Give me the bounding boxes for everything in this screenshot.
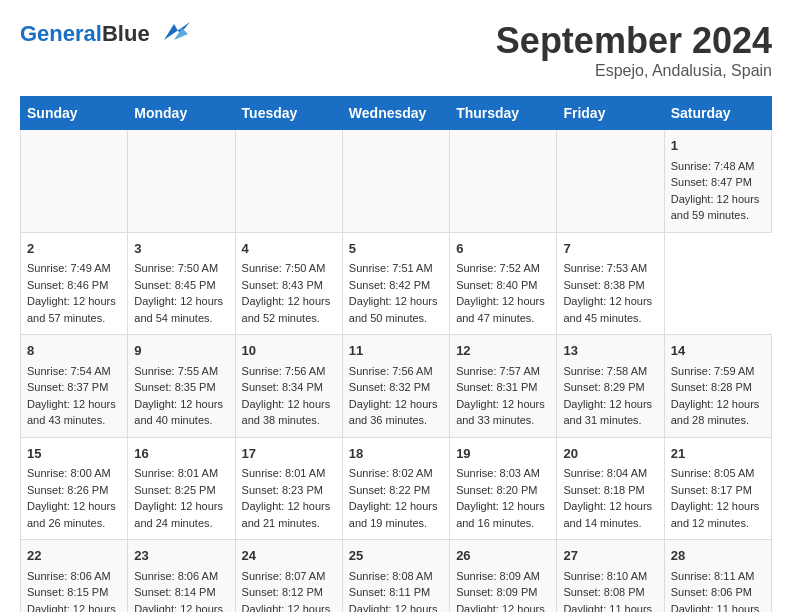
sunset: Sunset: 8:23 PM [242, 484, 323, 496]
day-cell-23: 23Sunrise: 8:06 AMSunset: 8:14 PMDayligh… [128, 540, 235, 613]
empty-cell [450, 130, 557, 233]
day-cell-12: 12Sunrise: 7:57 AMSunset: 8:31 PMDayligh… [450, 335, 557, 438]
day-cell-15: 15Sunrise: 8:00 AMSunset: 8:26 PMDayligh… [21, 437, 128, 540]
daylight: Daylight: 12 hours and 31 minutes. [563, 398, 652, 427]
calendar-week-0: 1Sunrise: 7:48 AMSunset: 8:47 PMDaylight… [21, 130, 772, 233]
daylight: Daylight: 12 hours and 52 minutes. [242, 295, 331, 324]
daylight: Daylight: 12 hours and 50 minutes. [349, 295, 438, 324]
sunrise: Sunrise: 8:00 AM [27, 467, 111, 479]
day-cell-11: 11Sunrise: 7:56 AMSunset: 8:32 PMDayligh… [342, 335, 449, 438]
sunset: Sunset: 8:32 PM [349, 381, 430, 393]
sunrise: Sunrise: 8:07 AM [242, 570, 326, 582]
header-tuesday: Tuesday [235, 97, 342, 130]
day-cell-16: 16Sunrise: 8:01 AMSunset: 8:25 PMDayligh… [128, 437, 235, 540]
empty-cell [21, 130, 128, 233]
day-number: 10 [242, 341, 336, 361]
title-block: September 2024 Espejo, Andalusia, Spain [496, 20, 772, 80]
header-saturday: Saturday [664, 97, 771, 130]
sunset: Sunset: 8:34 PM [242, 381, 323, 393]
day-cell-17: 17Sunrise: 8:01 AMSunset: 8:23 PMDayligh… [235, 437, 342, 540]
daylight: Daylight: 12 hours and 45 minutes. [563, 295, 652, 324]
sunrise: Sunrise: 7:48 AM [671, 160, 755, 172]
day-cell-5: 5Sunrise: 7:51 AMSunset: 8:42 PMDaylight… [342, 232, 449, 335]
header-wednesday: Wednesday [342, 97, 449, 130]
sunrise: Sunrise: 7:59 AM [671, 365, 755, 377]
sunset: Sunset: 8:45 PM [134, 279, 215, 291]
sunrise: Sunrise: 8:06 AM [134, 570, 218, 582]
sunset: Sunset: 8:29 PM [563, 381, 644, 393]
day-number: 18 [349, 444, 443, 464]
sunset: Sunset: 8:22 PM [349, 484, 430, 496]
day-number: 9 [134, 341, 228, 361]
daylight: Daylight: 12 hours and 36 minutes. [349, 398, 438, 427]
day-number: 12 [456, 341, 550, 361]
day-number: 2 [27, 239, 121, 259]
sunset: Sunset: 8:42 PM [349, 279, 430, 291]
day-number: 22 [27, 546, 121, 566]
daylight: Daylight: 12 hours and 16 minutes. [456, 500, 545, 529]
day-number: 25 [349, 546, 443, 566]
day-number: 5 [349, 239, 443, 259]
daylight: Daylight: 12 hours and 12 minutes. [671, 500, 760, 529]
empty-cell [557, 130, 664, 233]
daylight: Daylight: 12 hours and 2 minutes. [349, 603, 438, 613]
calendar-header: SundayMondayTuesdayWednesdayThursdayFrid… [21, 97, 772, 130]
daylight: Daylight: 12 hours and 19 minutes. [349, 500, 438, 529]
calendar-week-4: 22Sunrise: 8:06 AMSunset: 8:15 PMDayligh… [21, 540, 772, 613]
daylight: Daylight: 12 hours and 59 minutes. [671, 193, 760, 222]
daylight: Daylight: 12 hours and 0 minutes. [456, 603, 545, 613]
daylight: Daylight: 12 hours and 14 minutes. [563, 500, 652, 529]
day-cell-26: 26Sunrise: 8:09 AMSunset: 8:09 PMDayligh… [450, 540, 557, 613]
day-cell-25: 25Sunrise: 8:08 AMSunset: 8:11 PMDayligh… [342, 540, 449, 613]
sunset: Sunset: 8:37 PM [27, 381, 108, 393]
day-number: 14 [671, 341, 765, 361]
daylight: Daylight: 12 hours and 54 minutes. [134, 295, 223, 324]
sunrise: Sunrise: 7:53 AM [563, 262, 647, 274]
day-number: 13 [563, 341, 657, 361]
sunrise: Sunrise: 8:04 AM [563, 467, 647, 479]
day-cell-19: 19Sunrise: 8:03 AMSunset: 8:20 PMDayligh… [450, 437, 557, 540]
day-number: 26 [456, 546, 550, 566]
logo-general: General [20, 21, 102, 46]
sunset: Sunset: 8:15 PM [27, 586, 108, 598]
day-cell-9: 9Sunrise: 7:55 AMSunset: 8:35 PMDaylight… [128, 335, 235, 438]
sunrise: Sunrise: 8:11 AM [671, 570, 755, 582]
day-cell-10: 10Sunrise: 7:56 AMSunset: 8:34 PMDayligh… [235, 335, 342, 438]
day-cell-2: 2Sunrise: 7:49 AMSunset: 8:46 PMDaylight… [21, 232, 128, 335]
sunset: Sunset: 8:28 PM [671, 381, 752, 393]
sunrise: Sunrise: 7:51 AM [349, 262, 433, 274]
daylight: Daylight: 12 hours and 28 minutes. [671, 398, 760, 427]
day-cell-13: 13Sunrise: 7:58 AMSunset: 8:29 PMDayligh… [557, 335, 664, 438]
daylight: Daylight: 12 hours and 57 minutes. [27, 295, 116, 324]
daylight: Daylight: 12 hours and 9 minutes. [27, 603, 116, 613]
sunrise: Sunrise: 8:01 AM [134, 467, 218, 479]
day-number: 8 [27, 341, 121, 361]
month-title: September 2024 [496, 20, 772, 62]
calendar-week-3: 15Sunrise: 8:00 AMSunset: 8:26 PMDayligh… [21, 437, 772, 540]
day-cell-24: 24Sunrise: 8:07 AMSunset: 8:12 PMDayligh… [235, 540, 342, 613]
day-number: 21 [671, 444, 765, 464]
daylight: Daylight: 12 hours and 4 minutes. [242, 603, 331, 613]
sunrise: Sunrise: 7:56 AM [349, 365, 433, 377]
logo-bird-icon [154, 20, 190, 48]
daylight: Daylight: 11 hours and 55 minutes. [671, 603, 760, 613]
day-cell-3: 3Sunrise: 7:50 AMSunset: 8:45 PMDaylight… [128, 232, 235, 335]
sunrise: Sunrise: 8:02 AM [349, 467, 433, 479]
sunrise: Sunrise: 8:08 AM [349, 570, 433, 582]
sunset: Sunset: 8:08 PM [563, 586, 644, 598]
header-thursday: Thursday [450, 97, 557, 130]
sunrise: Sunrise: 7:49 AM [27, 262, 111, 274]
header-monday: Monday [128, 97, 235, 130]
daylight: Daylight: 12 hours and 24 minutes. [134, 500, 223, 529]
empty-cell [235, 130, 342, 233]
sunrise: Sunrise: 8:05 AM [671, 467, 755, 479]
day-number: 24 [242, 546, 336, 566]
day-number: 11 [349, 341, 443, 361]
calendar-week-1: 2Sunrise: 7:49 AMSunset: 8:46 PMDaylight… [21, 232, 772, 335]
header-sunday: Sunday [21, 97, 128, 130]
day-cell-28: 28Sunrise: 8:11 AMSunset: 8:06 PMDayligh… [664, 540, 771, 613]
day-cell-1: 1Sunrise: 7:48 AMSunset: 8:47 PMDaylight… [664, 130, 771, 233]
daylight: Daylight: 11 hours and 57 minutes. [563, 603, 652, 613]
daylight: Daylight: 12 hours and 21 minutes. [242, 500, 331, 529]
calendar-week-2: 8Sunrise: 7:54 AMSunset: 8:37 PMDaylight… [21, 335, 772, 438]
